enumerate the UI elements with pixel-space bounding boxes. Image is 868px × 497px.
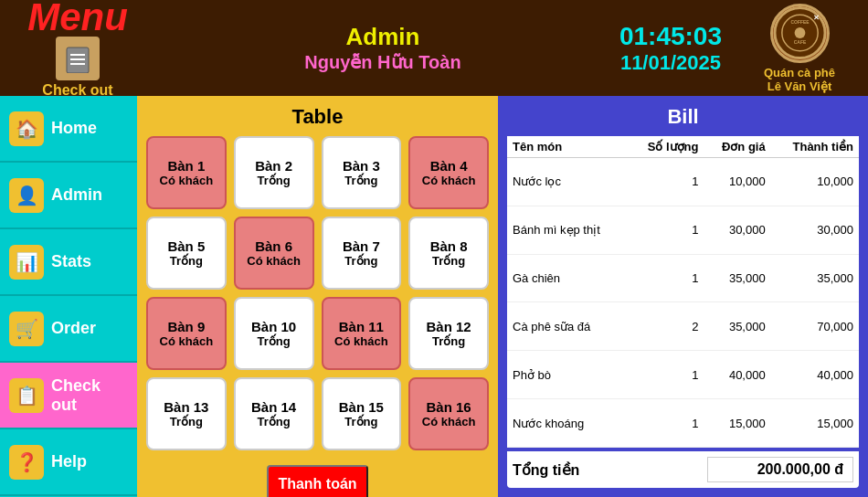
table-cell-9[interactable]: Bàn 9 Có khách [146, 297, 227, 370]
table-status-12: Trống [432, 334, 465, 348]
table-cell-12[interactable]: Bàn 12 Trống [408, 297, 489, 370]
table-status-7: Trống [344, 254, 377, 268]
table-cell-7[interactable]: Bàn 7 Trống [322, 217, 402, 290]
table-status-1: Có khách [160, 174, 214, 187]
bill-item-price-3: 35,000 [704, 302, 770, 351]
table-grid: Bàn 1 Có kháchBàn 2 TrốngBàn 3 TrốngBàn … [146, 136, 489, 450]
table-name-4: Bàn 4 [430, 158, 468, 174]
header-time: 01:45:03 11/01/2025 [619, 22, 722, 75]
svg-text:✕: ✕ [812, 14, 819, 22]
bill-item-price-2: 35,000 [704, 254, 770, 302]
table-status-4: Có khách [422, 174, 476, 187]
bill-item-total-2: 35,000 [771, 254, 859, 302]
table-name-8: Bàn 8 [430, 238, 468, 254]
table-cell-3[interactable]: Bàn 3 Trống [322, 136, 402, 209]
sidebar-item-stats[interactable]: 📊 Stats [0, 229, 137, 296]
table-cell-8[interactable]: Bàn 8 Trống [408, 217, 489, 290]
bill-item-qty-3: 2 [628, 302, 704, 351]
table-name-13: Bàn 13 [164, 399, 208, 415]
svg-text:CAFE: CAFE [793, 40, 806, 45]
bill-col-0: Tên món [507, 136, 628, 158]
admin-label: Admin [146, 23, 619, 51]
table-cell-13[interactable]: Bàn 13 Trống [146, 377, 227, 450]
table-cell-11[interactable]: Bàn 11 Có khách [322, 297, 402, 370]
table-status-13: Trống [170, 415, 203, 428]
stats-icon: 📊 [9, 245, 44, 280]
main-content: 🏠 Home 👤 Admin 📊 Stats 🛒 Order 📋 Check o… [0, 96, 868, 497]
table-status-8: Trống [432, 254, 465, 268]
table-status-2: Trống [258, 174, 291, 187]
table-name-6: Bàn 6 [255, 238, 292, 254]
table-status-14: Trống [258, 415, 291, 428]
table-status-16: Có khách [422, 415, 476, 428]
table-name-16: Bàn 16 [427, 399, 471, 415]
bill-title: Bill [507, 105, 859, 129]
bill-table: Tên mónSố lượngĐơn giáThành tiền Nước lọ… [507, 136, 859, 448]
header-menu: Menu Check out [9, 0, 146, 99]
table-cell-10[interactable]: Bàn 10 Trống [234, 297, 314, 370]
table-name-11: Bàn 11 [339, 319, 384, 334]
table-cell-16[interactable]: Bàn 16 Có khách [408, 377, 489, 450]
bill-item-qty-4: 1 [628, 351, 704, 399]
table-status-10: Trống [258, 334, 291, 348]
bill-row-1: Bánh mì kẹp thịt 1 30,000 30,000 [507, 206, 859, 254]
table-cell-6[interactable]: Bàn 6 Có khách [234, 217, 314, 290]
table-name-7: Bàn 7 [343, 238, 380, 254]
table-status-3: Trống [344, 174, 377, 187]
bill-item-name-1: Bánh mì kẹp thịt [507, 206, 628, 254]
bill-section: Bill Tên mónSố lượngĐơn giáThành tiền Nư… [498, 96, 868, 497]
cafe-name-line1: Quán cà phê Lê Văn Việt [764, 66, 835, 93]
bill-item-total-1: 30,000 [771, 206, 859, 254]
table-name-2: Bàn 2 [255, 158, 292, 174]
home-icon: 🏠 [9, 111, 44, 146]
table-name-14: Bàn 14 [251, 399, 296, 415]
table-cell-1[interactable]: Bàn 1 Có khách [146, 136, 227, 209]
bill-item-qty-2: 1 [628, 254, 704, 302]
sidebar-item-help[interactable]: ❓ Help [0, 429, 137, 496]
sidebar-item-home[interactable]: 🏠 Home [0, 96, 137, 163]
bill-item-qty-1: 1 [628, 206, 704, 254]
date-display: 11/01/2025 [619, 51, 722, 75]
table-status-6: Có khách [247, 254, 301, 268]
bill-item-price-5: 15,000 [704, 399, 770, 448]
bill-row-2: Gà chiên 1 35,000 35,000 [507, 254, 859, 302]
table-name-3: Bàn 3 [343, 158, 380, 174]
sidebar-item-checkout[interactable]: 📋 Check out [0, 363, 137, 429]
bill-footer: Tổng tiền 200.000,00 đ [507, 451, 859, 488]
clock-display: 01:45:03 [619, 22, 722, 51]
table-name-12: Bàn 12 [427, 319, 471, 334]
table-cell-15[interactable]: Bàn 15 Trống [322, 377, 402, 450]
sidebar-label-help: Help [51, 452, 87, 471]
payment-button[interactable]: Thanh toán [267, 465, 367, 497]
sidebar-label-admin: Admin [51, 185, 102, 205]
bill-row-5: Nước khoáng 1 15,000 15,000 [507, 399, 859, 448]
bill-item-price-1: 30,000 [704, 206, 770, 254]
bill-item-qty-0: 1 [628, 158, 704, 206]
bill-row-0: Nước lọc 1 10,000 10,000 [507, 158, 859, 206]
table-name-10: Bàn 10 [251, 319, 296, 334]
header: Menu Check out Admin Nguyễn Hữu Toàn 01:… [0, 0, 868, 96]
sidebar-item-order[interactable]: 🛒 Order [0, 296, 137, 363]
sidebar-label-stats: Stats [51, 252, 91, 271]
table-cell-4[interactable]: Bàn 4 Có khách [408, 136, 489, 209]
bill-item-total-5: 15,000 [771, 399, 859, 448]
header-logo: COFFEE CAFE ✕ Quán cà phê Lê Văn Việt [740, 4, 859, 93]
total-value: 200.000,00 đ [707, 457, 853, 482]
bill-item-name-4: Phở bò [507, 351, 628, 399]
table-cell-5[interactable]: Bàn 5 Trống [146, 217, 227, 290]
bill-item-total-4: 40,000 [771, 351, 859, 399]
bill-row-4: Phở bò 1 40,000 40,000 [507, 351, 859, 399]
bill-item-price-0: 10,000 [704, 158, 770, 206]
table-status-15: Trống [344, 415, 377, 428]
bill-item-price-4: 40,000 [704, 351, 770, 399]
table-name-15: Bàn 15 [339, 399, 384, 415]
checkout-header-button[interactable]: Check out [42, 37, 112, 99]
table-status-9: Có khách [160, 334, 214, 348]
svg-text:COFFEE: COFFEE [790, 20, 810, 25]
table-cell-14[interactable]: Bàn 14 Trống [234, 377, 314, 450]
table-cell-2[interactable]: Bàn 2 Trống [234, 136, 314, 209]
sidebar-label-order: Order [51, 319, 96, 338]
table-name-1: Bàn 1 [167, 158, 205, 174]
sidebar-item-admin[interactable]: 👤 Admin [0, 163, 137, 229]
bill-col-1: Số lượng [628, 136, 704, 158]
